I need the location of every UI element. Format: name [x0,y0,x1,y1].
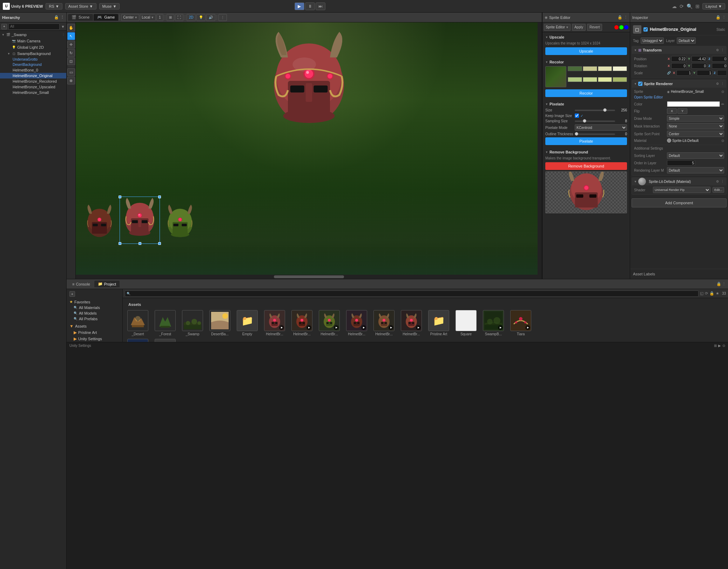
asset-empty-folder[interactable]: 📁 Empty [235,310,259,336]
add-component-button[interactable]: Add Component [632,198,727,207]
edit-button[interactable]: Edit... [713,187,724,193]
swatch-6[interactable] [583,77,597,82]
hierarchy-item-helmet-small[interactable]: HelmetBronze_Small [0,90,66,95]
pause-button[interactable]: ⏸ [305,2,315,10]
rs-button[interactable]: RS ▼ [46,3,62,9]
sampling-slider-thumb[interactable] [583,119,586,123]
gizmo-toggle[interactable]: ⛶ [175,14,183,21]
move-tool[interactable]: ✛ [67,41,75,48]
status-icon3[interactable]: ⊙ [722,344,725,348]
hierarchy-item-swamp-bg[interactable]: ▼ ◻ SwampBackground [0,50,66,57]
remove-bg-button[interactable]: Remove Background [545,162,627,170]
sort-point-select[interactable]: Center [667,131,724,137]
status-icon2[interactable]: ▶ [718,344,721,348]
swatch-3[interactable] [598,66,612,71]
grid-toggle[interactable]: ⊞ [167,14,174,21]
scene-vscrollbar[interactable] [538,22,542,275]
sr-more-icon[interactable]: ⋮ [721,82,724,85]
asset-pristine-art[interactable]: 📁 Pristine Art [426,310,451,336]
swatch-8[interactable] [613,77,627,82]
play-overlay4[interactable]: ▶ [361,325,366,330]
cloud-icon[interactable]: ☁ [672,4,677,9]
scene-more[interactable]: ⋮ [218,14,227,21]
center-dropdown[interactable]: Center ▼ [121,14,139,21]
project-tab[interactable]: 📁 Project [94,281,120,287]
sprite-renderer-header[interactable]: ▼ Sprite Renderer ⚙ ⋮ [632,80,726,88]
rotate-tool[interactable]: ↻ [67,49,75,57]
add-project-button[interactable]: + [69,291,75,297]
scale-y-input[interactable] [697,70,712,76]
hierarchy-lock-icon[interactable]: 🔒 [54,15,59,20]
hierarchy-more-icon[interactable]: ⋮ [60,15,64,20]
pos-z-input[interactable] [712,56,727,62]
swatch-7[interactable] [598,77,612,82]
search-icon[interactable]: 🔍 [687,4,693,9]
scene-tab[interactable]: 🎬 Scene [68,14,93,21]
asset-helmet-5[interactable]: ▶ HelmetBr... [372,310,396,336]
all-models-item[interactable]: 🔍 All Models [68,310,121,316]
hierarchy-item-helmet-upscaled[interactable]: HelmetBronze_Upscaled [0,84,66,90]
asset-helmet-3[interactable]: ▶ HelmetBr... [317,310,342,336]
muse-button[interactable]: Muse ▼ [99,3,120,9]
layer-select[interactable]: Default [677,37,696,44]
asset-desert-bg[interactable]: DesertBa... [208,310,232,336]
transform-header[interactable]: ▼ ⊞ Transform ⚙ ⋮ [632,46,726,54]
layout-button[interactable]: Layout ▼ [702,3,725,9]
scene-hscrollbar[interactable] [76,275,542,279]
pos-x-input[interactable] [671,56,687,62]
size-slider-thumb[interactable] [603,108,607,112]
asset-unity-settings[interactable]: 📁 Unity Set... [153,339,177,342]
rendering-layer-select[interactable]: Default [667,167,724,173]
size-slider[interactable] [575,110,615,111]
handle-bl[interactable] [119,242,121,245]
hierarchy-filter-icon[interactable]: ▼ [61,25,65,29]
hierarchy-item-global-light[interactable]: 💡 Global Light 2D [0,44,66,50]
history-icon[interactable]: ⟳ [680,4,684,9]
rot-y-input[interactable] [692,63,707,69]
outline-slider-thumb[interactable] [575,132,578,136]
sprite-editor-mode-dropdown[interactable]: Sprite Editor ▼ [544,24,571,31]
asset-tiara[interactable]: ▶ Tiara [508,310,533,336]
bottom-more-icon[interactable]: ⋮ [722,282,726,286]
color-edit-icon[interactable]: ✏ [721,102,724,106]
handle-bc[interactable] [139,242,141,245]
asset-forest[interactable]: _Forest [153,310,177,336]
mat-more-icon[interactable]: ⋮ [721,180,724,183]
swatch-2[interactable] [583,66,597,71]
add-hierarchy-button[interactable]: + [1,24,7,29]
asset-swamp-bg[interactable]: ▶ SwampB... [481,310,506,336]
hierarchy-search-input[interactable] [8,23,60,30]
asset-swamp[interactable]: _Swamp [180,310,205,336]
favorites-item[interactable]: ★ Favorites [68,299,121,305]
step-button[interactable]: ⏭ [316,2,325,10]
keep-size-checkbox[interactable] [575,114,579,118]
scale-z-input[interactable] [717,70,727,76]
all-prefabs-item[interactable]: 🔍 All Prefabs [68,316,121,322]
sr-enabled-checkbox[interactable] [638,82,642,86]
play-overlay3[interactable]: ▶ [334,325,339,330]
play-overlay6[interactable]: ▶ [416,325,421,330]
select-tool[interactable]: ↖ [67,32,75,40]
project-search-input[interactable] [132,292,697,295]
material-target-icon[interactable]: ⊙ [721,139,724,143]
flip-y-button[interactable]: Y [678,108,687,114]
unity-settings-item[interactable]: ▶ Unity Settings [68,336,121,342]
scale-x-input[interactable] [676,70,692,76]
status-icon1[interactable]: ⊞ [714,344,717,348]
play-button[interactable]: ▶ [295,2,304,10]
shader-select[interactable]: Universal Render Pip [653,187,710,193]
tag-select[interactable]: Untagged [641,37,664,44]
draw-mode-select[interactable]: Simple [667,115,724,122]
flip-x-button[interactable]: X [667,108,677,114]
console-tab[interactable]: ≡ Console [69,281,94,287]
sampling-slider[interactable] [575,121,615,122]
item-more-icon[interactable]: ⋮ [62,33,65,36]
revert-button[interactable]: Revert [587,24,602,31]
pixelate-button[interactable]: Pixelate [545,137,627,145]
asset-undersea[interactable]: ▶ Undersea... [126,339,150,342]
all-materials-item[interactable]: 🔍 All Materials [68,305,121,310]
recolor-button[interactable]: Recolor [545,89,627,97]
hand-tool[interactable]: ✋ [67,24,75,32]
handle-br[interactable] [158,242,161,245]
assets-folder-item[interactable]: ▼ Assets [68,323,121,329]
